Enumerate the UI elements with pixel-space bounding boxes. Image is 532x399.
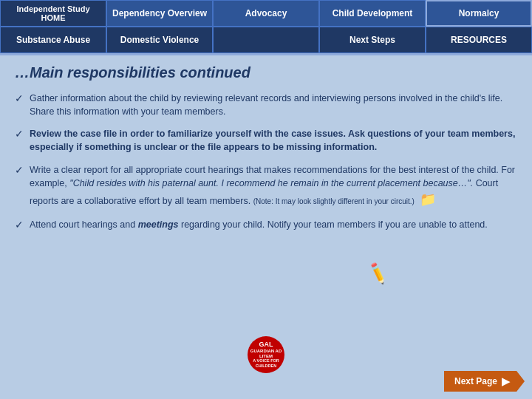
- arrow-right-icon: ▶: [502, 375, 510, 387]
- section-title: …Main responsibilities continued: [15, 64, 517, 81]
- nav-domestic-violence[interactable]: Domestic Violence: [106, 27, 213, 53]
- nav-next-steps[interactable]: Next Steps: [319, 27, 426, 53]
- nav-blank: [213, 27, 319, 53]
- nav-resources[interactable]: RESOURCES: [426, 27, 532, 53]
- navigation-bar: Independent Study HOME Dependency Overvi…: [0, 0, 532, 55]
- checkmark-icon: ✓: [15, 92, 24, 104]
- pencil-arrow-icon: ✏️: [364, 261, 391, 287]
- item-text: Attend court hearings and meetings regar…: [30, 218, 488, 231]
- folder-icon: 📁: [420, 190, 436, 209]
- checkmark-icon: ✓: [15, 219, 24, 231]
- item-text: Gather information about the child by re…: [30, 92, 517, 118]
- main-content: …Main responsibilities continued ✓ Gathe…: [0, 55, 532, 399]
- nav-dependency[interactable]: Dependency Overview: [106, 0, 213, 27]
- note-text: (Note: It may look slightly different in…: [253, 197, 415, 205]
- checkmark-icon: ✓: [15, 128, 24, 140]
- nav-advocacy[interactable]: Advocacy: [213, 0, 319, 27]
- checkmark-icon: ✓: [15, 164, 24, 176]
- nav-normalcy[interactable]: Normalcy: [426, 0, 532, 27]
- list-item: ✓ Write a clear report for all appropria…: [15, 163, 517, 209]
- nav-home[interactable]: Independent Study HOME: [0, 0, 106, 27]
- item-text: Review the case file in order to familia…: [30, 127, 517, 154]
- list-item: ✓ Review the case file in order to famil…: [15, 127, 517, 154]
- gal-circle: GAL GUARDIAN AD LITEM A VOICE FOR CHILDR…: [248, 336, 284, 373]
- nav-child-development[interactable]: Child Development: [319, 0, 426, 27]
- next-page-label: Next Page: [454, 376, 497, 386]
- nav-substance-abuse[interactable]: Substance Abuse: [0, 27, 106, 53]
- list-item: ✓ Gather information about the child by …: [15, 92, 517, 118]
- item-text: Write a clear report for all appropriate…: [30, 163, 517, 209]
- list-item: ✓ Attend court hearings and meetings reg…: [15, 218, 517, 231]
- next-page-button[interactable]: Next Page ▶: [444, 371, 525, 392]
- gal-logo: GAL GUARDIAN AD LITEM A VOICE FOR CHILDR…: [233, 332, 299, 377]
